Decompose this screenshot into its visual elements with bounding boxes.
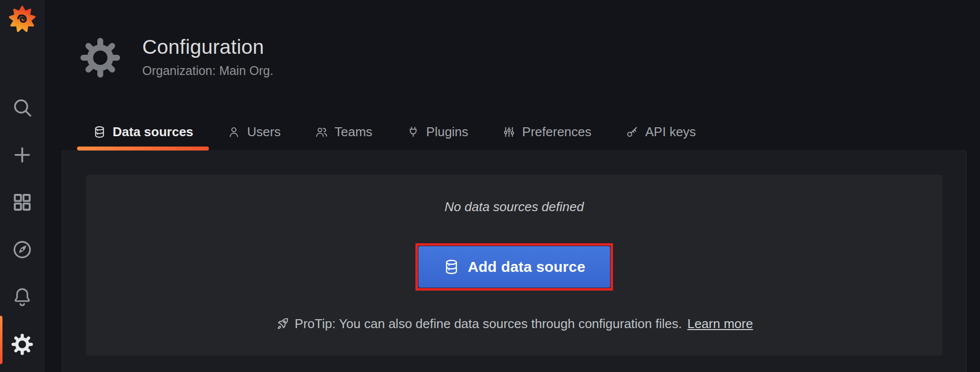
- sidebar-item-explore[interactable]: [10, 238, 34, 261]
- grafana-logo[interactable]: [7, 4, 37, 34]
- gear-icon: [11, 334, 33, 355]
- key-icon: [625, 125, 639, 139]
- protip-text: ProTip: You can also define data sources…: [295, 316, 682, 331]
- tab-label: API keys: [645, 124, 696, 140]
- users-icon: [315, 125, 328, 139]
- bell-icon: [11, 286, 33, 308]
- tab-label: Users: [247, 124, 281, 140]
- tab-label: Data sources: [113, 124, 193, 140]
- sidebar-item-alerting[interactable]: [10, 285, 34, 309]
- user-icon: [227, 125, 241, 139]
- database-icon: [443, 259, 460, 275]
- sidebar-item-dashboards[interactable]: [10, 190, 34, 214]
- plug-icon: [407, 125, 420, 139]
- plus-icon: [11, 144, 33, 166]
- sliders-icon: [502, 125, 516, 139]
- tab-data-sources[interactable]: Data sources: [77, 113, 209, 150]
- search-icon: [11, 97, 33, 118]
- add-data-source-label: Add data source: [468, 259, 585, 275]
- data-sources-panel: No data sources defined Add data source …: [62, 150, 967, 372]
- apps-icon: [11, 191, 33, 213]
- tab-users[interactable]: Users: [211, 113, 296, 150]
- tab-api-keys[interactable]: API keys: [610, 113, 712, 150]
- sidebar-item-configuration[interactable]: [10, 333, 34, 356]
- sidebar-item-create[interactable]: [10, 143, 34, 167]
- protip-row: ProTip: You can also define data sources…: [276, 316, 753, 331]
- empty-state-box: No data sources defined Add data source …: [86, 175, 942, 356]
- tab-label: Teams: [334, 124, 372, 140]
- config-tabs: Data sources Users Teams Plugins Prefere…: [77, 113, 714, 150]
- page-header: Configuration Organization: Main Org.: [142, 34, 273, 78]
- add-data-source-button[interactable]: Add data source: [418, 246, 610, 288]
- compass-icon: [11, 239, 33, 260]
- empty-state-message: No data sources defined: [445, 198, 584, 215]
- configuration-gear-icon: [80, 37, 121, 78]
- sidebar-item-search[interactable]: [10, 96, 34, 119]
- page-title: Configuration: [142, 34, 273, 60]
- tab-teams[interactable]: Teams: [299, 113, 388, 150]
- database-icon: [93, 125, 106, 139]
- sidebar: [0, 0, 44, 372]
- learn-more-link[interactable]: Learn more: [687, 316, 753, 331]
- sidebar-active-indicator: [0, 316, 2, 364]
- tab-plugins[interactable]: Plugins: [391, 113, 484, 150]
- tab-label: Plugins: [426, 124, 468, 140]
- tab-preferences[interactable]: Preferences: [487, 113, 607, 150]
- tab-label: Preferences: [522, 124, 591, 140]
- rocket-icon: [276, 317, 289, 331]
- red-highlight-box: Add data source: [415, 243, 613, 291]
- page-subtitle: Organization: Main Org.: [142, 63, 273, 78]
